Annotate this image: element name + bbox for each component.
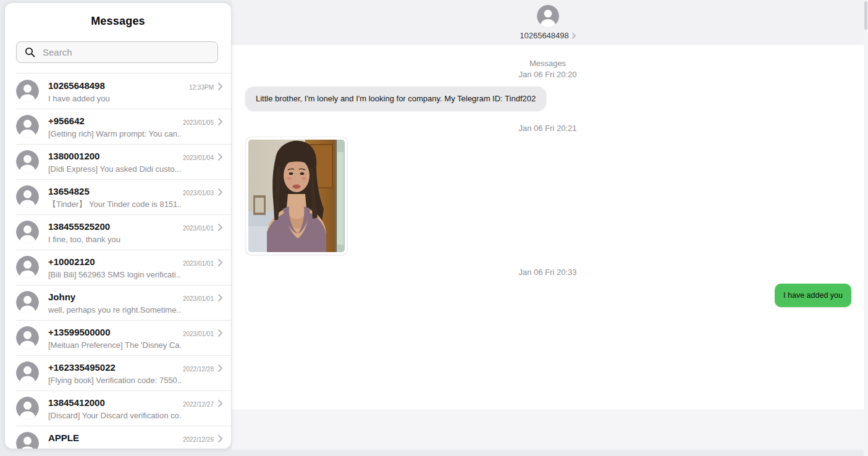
contact-name: 10265648498: [520, 31, 569, 40]
chevron-right-icon: [218, 258, 222, 269]
chat-footer: [232, 410, 864, 450]
chevron-right-icon: [218, 82, 222, 93]
chevron-right-icon: [218, 399, 222, 410]
conversation-item[interactable]: +13599500000 [Meituan Preference] The 'D…: [5, 320, 231, 355]
timestamp-3: Jan 06 Fri 20:33: [232, 268, 864, 277]
conversation-name: 1380001200: [48, 151, 183, 162]
avatar-person-icon: [16, 256, 39, 279]
conversation-item[interactable]: 138455525200 I fine, too, thank you 2023…: [5, 214, 231, 250]
search-icon: [25, 47, 35, 60]
conversation-time: 2022/12/28: [183, 366, 214, 373]
conversation-name: +162335495022: [48, 362, 183, 373]
conversation-preview: 【Tinder】 Your Tinder code is 8151...: [48, 198, 181, 210]
conversation-preview: well, perhaps you re right.Sometime...: [48, 304, 181, 316]
conversation-name: 10265648498: [48, 80, 189, 91]
conversation-list-panel: Messages 10265648498 I have added you 12…: [5, 3, 231, 449]
conversation-time: 2023/01/01: [183, 260, 214, 267]
avatar-person-icon: [16, 326, 39, 349]
conversation-name: 13654825: [48, 186, 183, 197]
contact-avatar-icon: [537, 5, 559, 27]
conversation-preview: [Getting rich] Warm prompt: You can...: [48, 128, 181, 140]
chevron-right-icon: [218, 117, 222, 128]
page-scrollbar-track[interactable]: [864, 0, 868, 456]
chevron-right-icon: [572, 30, 576, 41]
conversation-time: 2022/12/26: [183, 436, 214, 443]
avatar-person-icon: [16, 150, 39, 173]
conversation-time: 2023/01/01: [183, 295, 214, 302]
conversation-item[interactable]: 1380001200 [Didi Express] You asked Didi…: [5, 144, 231, 179]
conversation-name: +10002120: [48, 256, 183, 268]
avatar-person-icon: [16, 291, 39, 314]
conversation-time: 2023/01/01: [183, 225, 214, 232]
photo-of-woman: [248, 140, 345, 252]
conversation-item[interactable]: +956642 [Getting rich] Warm prompt: You …: [5, 109, 231, 144]
avatar-person-icon: [16, 432, 39, 449]
conversation-preview: [Didi Express] You asked Didi custo...: [48, 163, 181, 175]
message-thread: Messages Jan 06 Fri 20:20 Little brother…: [232, 45, 864, 410]
chevron-right-icon: [218, 222, 222, 234]
conversation-item[interactable]: 10265648498 I have added you 12:33PM: [5, 74, 231, 109]
search-input[interactable]: [16, 41, 218, 63]
conversation-list: 10265648498 I have added you 12:33PM +95…: [5, 74, 231, 449]
conversation-name: +956642: [48, 116, 183, 127]
avatar-person-icon: [16, 361, 39, 384]
conversation-time: 2023/01/03: [183, 190, 214, 196]
incoming-photo-message[interactable]: [246, 137, 347, 255]
conversation-time: 12:33PM: [189, 84, 214, 91]
conversation-name: Johny: [48, 292, 183, 303]
conversation-name: 138455525200: [48, 221, 183, 232]
incoming-message-bubble: Little brother, I'm lonely and I'm looki…: [245, 87, 546, 111]
avatar-person-icon: [16, 185, 39, 208]
chat-panel: 10265648498 Messages Jan 06 Fri 20:20 Li…: [232, 0, 864, 450]
chevron-right-icon: [218, 434, 222, 445]
chevron-right-icon: [218, 152, 222, 163]
conversation-name: APPLE: [48, 433, 183, 444]
conversation-preview: [Flying book] Verification code: 7550...: [48, 374, 181, 386]
chevron-right-icon: [218, 187, 222, 198]
avatar-person-icon: [16, 80, 39, 103]
timestamp-2: Jan 06 Fri 20:21: [232, 124, 864, 133]
conversation-preview: [Meituan Preference] The 'Disney Ca...: [48, 339, 181, 351]
conversation-preview: [Bili Bili] 562963 SMS login verificati.…: [48, 269, 181, 281]
thread-intro: Messages Jan 06 Fri 20:20: [232, 58, 864, 80]
contact-details-button[interactable]: 10265648498: [520, 30, 576, 41]
avatar-person-icon: [16, 115, 39, 138]
conversation-item[interactable]: +10002120 [Bili Bili] 562963 SMS login v…: [5, 250, 231, 285]
conversation-time: 2023/01/01: [183, 331, 214, 337]
thread-intro-label: Messages: [232, 58, 864, 69]
conversation-preview: I fine, too, thank you: [48, 234, 181, 245]
conversation-time: 2022/12/27: [183, 401, 214, 408]
conversation-item[interactable]: APPLE 2022/12/26: [5, 426, 231, 449]
chevron-right-icon: [218, 293, 222, 304]
conversation-preview: I have added you: [48, 93, 181, 104]
timestamp-1: Jan 06 Fri 20:20: [232, 69, 864, 80]
conversation-time: 2023/01/04: [183, 154, 214, 161]
chat-header: 10265648498: [232, 0, 864, 44]
conversation-item[interactable]: 13845412000 [Discard] Your Discard verif…: [5, 391, 231, 426]
chevron-right-icon: [218, 328, 222, 339]
chevron-right-icon: [218, 363, 222, 374]
outgoing-message-bubble: I have added you: [775, 284, 851, 307]
page-scrollbar-thumb[interactable]: [864, 1, 867, 30]
conversation-time: 2023/01/05: [183, 119, 214, 126]
conversation-item[interactable]: Johny well, perhaps you re right.Sometim…: [5, 285, 231, 320]
search-container: [16, 41, 219, 63]
avatar-person-icon: [16, 397, 39, 420]
conversation-item[interactable]: +162335495022 [Flying book] Verification…: [5, 355, 231, 391]
conversation-preview: [Discard] Your Discard verification co..…: [48, 410, 181, 421]
panel-title: Messages: [5, 3, 231, 28]
conversation-item[interactable]: 13654825 【Tinder】 Your Tinder code is 81…: [5, 179, 231, 214]
conversation-name: 13845412000: [48, 397, 183, 408]
avatar-person-icon: [16, 221, 39, 243]
conversation-name: +13599500000: [48, 327, 183, 338]
